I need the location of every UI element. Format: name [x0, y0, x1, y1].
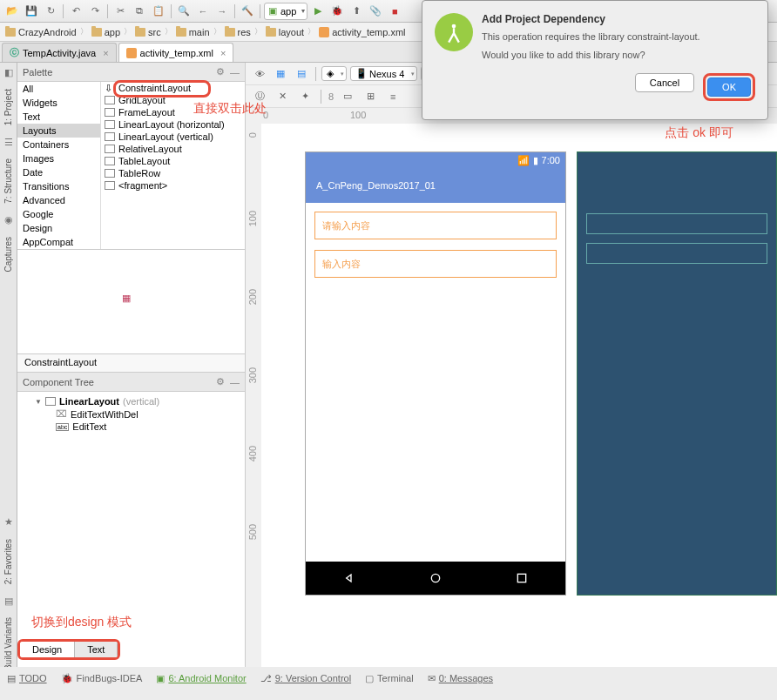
layout-icon [105, 181, 115, 190]
back-icon[interactable]: ← [194, 3, 212, 20]
redo-icon[interactable]: ↷ [86, 3, 104, 20]
tab-text-mode[interactable]: Text [75, 642, 118, 657]
caret-down-icon[interactable]: ▼ [35, 398, 42, 406]
pal-cat-appcompat[interactable]: AppCompat [17, 235, 100, 249]
pal-item-tablerow[interactable]: TableRow [101, 167, 245, 179]
side-tab-structure[interactable]: 7: Structure [3, 151, 13, 211]
pal-cat-text[interactable]: Text [17, 110, 100, 124]
preview-input-1[interactable]: 请输入内容 [314, 212, 557, 239]
run-icon[interactable]: ▶ [309, 3, 327, 20]
pal-item-fragment[interactable]: <fragment> [101, 179, 245, 192]
side-tab-project[interactable]: 1: Project [3, 82, 13, 132]
crumb-res[interactable]: res [223, 27, 253, 37]
tab-design-mode[interactable]: Design [20, 642, 75, 657]
svg-point-0 [431, 574, 439, 582]
pal-item-relativelayout[interactable]: RelativeLayout [101, 143, 245, 155]
pal-item-constraintlayout[interactable]: ⇩ConstraintLayout [101, 82, 245, 94]
pal-cat-widgets[interactable]: Widgets [17, 96, 100, 110]
eye-icon[interactable]: 👁 [251, 65, 268, 83]
tab-tempactivity[interactable]: ⓒ TempActivity.java × [2, 43, 117, 62]
crumb-project[interactable]: CrazyAndroid [3, 27, 78, 37]
profile-icon[interactable]: ⬆ [348, 3, 365, 20]
side-tab-captures[interactable]: Captures [3, 230, 13, 279]
structure-tool-icon[interactable]: ☰ [3, 136, 15, 148]
gear-icon[interactable]: ⚙ [216, 66, 225, 77]
status-todo[interactable]: ▤ TODO [7, 673, 47, 684]
find-icon[interactable]: 🔍 [175, 3, 193, 20]
tab-activitytemp[interactable]: activity_temp.xml × [118, 43, 234, 62]
pal-cat-images[interactable]: Images [17, 151, 100, 165]
nav-home-icon [429, 571, 443, 585]
crumb-src[interactable]: src [133, 27, 163, 37]
pal-cat-design[interactable]: Design [17, 221, 100, 235]
debug-icon[interactable]: 🐞 [328, 3, 346, 20]
preview-input-2[interactable]: 输入内容 [314, 250, 557, 278]
pal-item-linearv[interactable]: LinearLayout (vertical) [101, 131, 245, 143]
save-icon[interactable]: 💾 [23, 3, 40, 20]
tree-row-root[interactable]: ▼ LinearLayout (vertical) [21, 395, 241, 407]
gear-icon[interactable]: ⚙ [216, 376, 225, 387]
paste-icon[interactable]: 📋 [150, 3, 167, 20]
design-canvas[interactable]: 0100200300400500 📶 ▮ 7:00 A_CnPeng_Demos… [246, 124, 777, 677]
status-android-monitor[interactable]: ▣ 6: Android Monitor [156, 673, 246, 684]
pal-cat-google[interactable]: Google [17, 207, 100, 221]
pack-icon[interactable]: ⊞ [361, 88, 379, 105]
forward-icon[interactable]: → [213, 3, 231, 20]
tree-row-child[interactable]: abc EditText [21, 421, 241, 433]
captures-tool-icon[interactable]: ◉ [3, 214, 15, 226]
crumb-file[interactable]: activity_temp.xml [317, 27, 407, 37]
design-editor: 👁 ▦ ▤ ◈ 📱Nexus 4 ▣25 Ⓤ ✕ ✦ 8 ▭ ⊞ ≡ 01002… [246, 63, 777, 677]
margin-icon[interactable]: ▭ [339, 88, 356, 105]
undo-icon[interactable]: ↶ [67, 3, 84, 20]
margin-value[interactable]: 8 [328, 91, 334, 102]
close-icon[interactable]: × [220, 48, 226, 58]
attach-icon[interactable]: 📎 [367, 3, 384, 20]
hide-icon[interactable]: — [230, 67, 240, 77]
java-icon: ⓒ [10, 46, 19, 59]
pal-cat-containers[interactable]: Containers [17, 138, 100, 151]
clear-icon[interactable]: ✕ [274, 88, 291, 105]
layout-view-icon[interactable]: ▦ [272, 65, 289, 83]
sync-icon[interactable]: ↻ [42, 3, 59, 20]
infer-icon[interactable]: ✦ [296, 88, 314, 105]
palette-panel: Palette ⚙ — All Widgets Text Layouts Con… [17, 63, 246, 677]
tree-row-child[interactable]: ⌧ EditTextWithDel [21, 407, 241, 421]
status-version-control[interactable]: ⎇ 9: Version Control [260, 673, 351, 684]
pal-cat-date[interactable]: Date [17, 165, 100, 179]
blueprint-preview[interactable] [577, 151, 777, 596]
crumb-main[interactable]: main [174, 27, 212, 37]
device-combo[interactable]: 📱Nexus 4 [350, 66, 417, 81]
pal-item-linearh[interactable]: LinearLayout (horizontal) [101, 118, 245, 131]
pal-cat-all[interactable]: All [17, 82, 100, 96]
hide-icon[interactable]: — [230, 377, 240, 387]
make-icon[interactable]: 🔨 [239, 3, 256, 20]
stop-icon[interactable]: ■ [386, 3, 403, 20]
open-icon[interactable]: 📂 [3, 3, 21, 20]
pal-cat-advanced[interactable]: Advanced [17, 193, 100, 207]
component-tree-title: Component Tree [23, 377, 216, 387]
copy-icon[interactable]: ⧉ [131, 3, 148, 20]
pal-item-tablelayout[interactable]: TableLayout [101, 155, 245, 167]
cancel-button[interactable]: Cancel [635, 73, 694, 92]
orientation-combo[interactable]: ◈ [321, 66, 347, 81]
blueprint-icon[interactable]: ▤ [293, 65, 310, 83]
status-messages[interactable]: ✉ 0: Messages [428, 673, 493, 684]
run-config-combo[interactable]: ▣ app [264, 3, 307, 20]
side-tab-favorites[interactable]: 2: Favorites [3, 532, 13, 591]
crumb-layout[interactable]: layout [264, 27, 306, 37]
crumb-app[interactable]: app [90, 27, 122, 37]
layout-icon [105, 120, 115, 129]
status-findbugs[interactable]: 🐞 FindBugs-IDEA [61, 673, 143, 684]
align-icon[interactable]: ≡ [384, 88, 402, 105]
project-tool-icon[interactable]: ◧ [3, 66, 15, 78]
variants-tool-icon[interactable]: ▤ [3, 595, 15, 607]
pal-cat-layouts[interactable]: Layouts [17, 124, 100, 138]
close-icon[interactable]: × [103, 48, 108, 58]
cut-icon[interactable]: ✂ [111, 3, 129, 20]
status-terminal[interactable]: ▢ Terminal [365, 673, 414, 684]
favorites-tool-icon[interactable]: ★ [3, 516, 15, 528]
ok-button[interactable]: OK [707, 77, 751, 97]
device-preview[interactable]: 📶 ▮ 7:00 A_CnPeng_Demos2017_01 请输入内容 输入内… [305, 151, 566, 596]
bottom-tool-tabs: ▤ TODO 🐞 FindBugs-IDEA ▣ 6: Android Moni… [0, 667, 777, 690]
pal-cat-transitions[interactable]: Transitions [17, 179, 100, 193]
